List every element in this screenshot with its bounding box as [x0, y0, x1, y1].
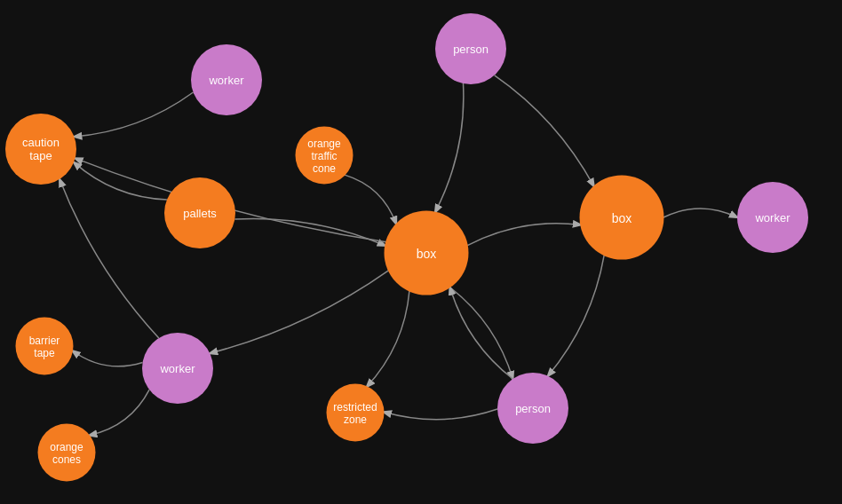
node-label-restricted-zone: restricted zone — [333, 400, 377, 425]
node-label-worker-right: worker — [755, 211, 790, 224]
node-orange-traffic-cone[interactable]: orange traffic cone — [296, 127, 353, 185]
node-label-orange-cones: orange cones — [50, 440, 83, 465]
node-person-bottom[interactable]: person — [497, 373, 568, 444]
node-label-pallets: pallets — [183, 207, 217, 220]
node-box-center[interactable]: box — [385, 211, 469, 295]
node-orange-cones[interactable]: orange cones — [38, 424, 96, 482]
node-worker-right[interactable]: worker — [737, 182, 808, 253]
node-restricted-zone[interactable]: restricted zone — [327, 384, 385, 442]
node-label-person-bottom: person — [515, 402, 551, 415]
node-label-worker-bottom: worker — [160, 362, 195, 375]
node-worker-bottom[interactable]: worker — [142, 333, 213, 404]
node-label-caution-tape: caution tape — [22, 136, 60, 162]
node-worker-top[interactable]: worker — [191, 44, 262, 115]
node-label-box-center: box — [417, 246, 437, 260]
node-caution-tape[interactable]: caution tape — [5, 114, 76, 185]
node-label-person-top: person — [453, 43, 489, 56]
node-barrier-tape[interactable]: barrier tape — [16, 318, 74, 375]
node-pallets[interactable]: pallets — [164, 177, 235, 248]
node-label-box-right: box — [612, 210, 632, 224]
node-person-top[interactable]: person — [435, 13, 506, 84]
node-label-worker-top: worker — [209, 74, 243, 87]
node-box-right[interactable]: box — [580, 176, 664, 260]
node-label-orange-traffic-cone: orange traffic cone — [307, 137, 340, 174]
node-label-barrier-tape: barrier tape — [29, 334, 60, 358]
